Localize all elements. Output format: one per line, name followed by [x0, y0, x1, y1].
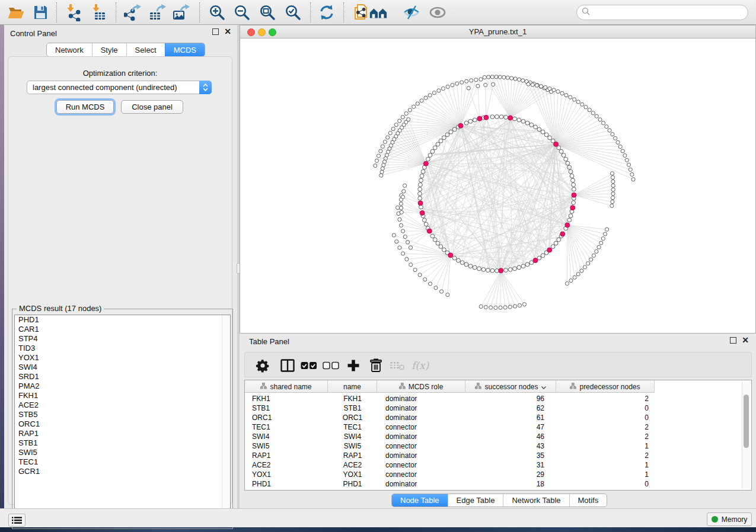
export-table-button[interactable]: [149, 4, 168, 21]
hide-graphics-details-button[interactable]: [402, 4, 421, 21]
table-row[interactable]: PHD1PHD1dominator180: [245, 479, 751, 489]
cell-predecessor-nodes: 0: [556, 403, 655, 413]
cell-shared-name: PHD1: [245, 479, 328, 489]
select-all-checkboxes-button[interactable]: [301, 357, 317, 374]
cell-shared-name: SWI5: [245, 441, 328, 451]
mcds-result-item[interactable]: STP4: [15, 334, 230, 344]
desktop-background-left: [0, 25, 4, 528]
mcds-result-item[interactable]: GCR1: [15, 467, 230, 476]
memory-button[interactable]: Memory: [707, 512, 752, 526]
search-input[interactable]: [591, 8, 748, 18]
zoom-out-button[interactable]: [232, 4, 251, 21]
cell-predecessor-nodes: 2: [556, 422, 655, 432]
column-header-successor-nodes[interactable]: successor nodes: [465, 380, 556, 393]
share-document-button[interactable]: [351, 4, 370, 21]
close-panel-button[interactable]: Close panel: [121, 100, 183, 114]
network-window-titlebar[interactable]: YPA_prune.txt_1: [240, 25, 755, 39]
mcds-result-item[interactable]: ORC1: [15, 419, 230, 429]
network-overview-button[interactable]: [369, 4, 388, 21]
open-session-button[interactable]: [7, 4, 25, 21]
mcds-result-item[interactable]: PHD1: [15, 315, 230, 325]
network-canvas[interactable]: [240, 39, 755, 333]
mcds-result-item[interactable]: RAP1: [15, 429, 230, 438]
table-scrollbar-thumb[interactable]: [744, 395, 749, 448]
add-column-button[interactable]: [347, 357, 360, 374]
import-table-button[interactable]: [89, 4, 108, 21]
control-panel-title: Control Panel: [10, 29, 57, 38]
table-row[interactable]: FKH1FKH1dominator962: [245, 394, 751, 403]
control-panel-tab-bar: NetworkStyleSelectMCDS: [46, 43, 205, 57]
column-header-name[interactable]: name: [328, 380, 377, 393]
mcds-result-item[interactable]: SWI4: [15, 363, 230, 372]
table-row[interactable]: TEC1TEC1connector472: [245, 422, 751, 432]
mcds-result-item[interactable]: SRD1: [15, 372, 230, 382]
show-graphics-details-button[interactable]: [428, 4, 447, 21]
tab-node-table[interactable]: Node Table: [392, 494, 448, 507]
mcds-result-item[interactable]: TEC1: [15, 457, 230, 467]
table-row[interactable]: ORC1ORC1dominator610: [245, 413, 751, 422]
import-network-button[interactable]: [63, 4, 82, 21]
optimization-criterion-label: Optimization criterion:: [8, 69, 232, 78]
table-row[interactable]: YOX1YOX1connector291: [245, 470, 751, 479]
tab-network-table[interactable]: Network Table: [503, 494, 569, 507]
network-graph[interactable]: [240, 39, 755, 333]
mcds-list-scrollbar[interactable]: [222, 315, 230, 526]
mcds-result-item[interactable]: TID3: [15, 344, 230, 353]
tab-edge-table[interactable]: Edge Table: [448, 494, 503, 507]
column-layout-button[interactable]: [280, 357, 295, 374]
deselect-all-checkboxes-button[interactable]: [323, 357, 339, 374]
table-scrollbar[interactable]: [742, 382, 750, 489]
mcds-result-item[interactable]: YOX1: [15, 353, 230, 363]
table-row[interactable]: RAP1RAP1dominator352: [245, 451, 751, 460]
column-header-MCDS-role[interactable]: MCDS role: [377, 380, 465, 393]
float-window-icon[interactable]: [730, 337, 736, 344]
cell-MCDS-role: connector: [377, 470, 465, 479]
network-window-title: YPA_prune.txt_1: [240, 27, 755, 36]
mcds-result-item[interactable]: FKH1: [15, 391, 230, 400]
search-box[interactable]: [576, 5, 748, 20]
table-row[interactable]: STB1STB1dominator620: [245, 403, 751, 413]
tab-motifs[interactable]: Motifs: [569, 494, 607, 507]
float-window-icon[interactable]: [212, 28, 219, 35]
table-panel-title: Table Panel: [249, 337, 289, 346]
tab-select[interactable]: Select: [126, 43, 165, 56]
toolbar-separator: [56, 2, 57, 23]
cell-successor-nodes: 47: [465, 422, 556, 432]
table-row[interactable]: ACE2ACE2connector311: [245, 460, 751, 470]
column-header-shared-name[interactable]: shared name: [245, 380, 328, 393]
table-row[interactable]: SWI4SWI4dominator462: [245, 432, 751, 441]
tab-network[interactable]: Network: [47, 43, 92, 56]
close-panel-icon[interactable]: ✕: [742, 337, 749, 344]
node-table[interactable]: shared namenameMCDS rolesuccessor nodesp…: [244, 380, 752, 491]
refresh-button[interactable]: [317, 4, 336, 21]
mcds-result-item[interactable]: STB5: [15, 410, 230, 419]
tab-mcds[interactable]: MCDS: [165, 43, 205, 56]
table-row[interactable]: SWI5SWI5connector431: [245, 441, 751, 451]
list-icon: [12, 517, 22, 524]
mcds-result-group-title: MCDS result (17 nodes): [17, 304, 104, 313]
mcds-result-item[interactable]: PMA2: [15, 382, 230, 391]
optimization-criterion-select[interactable]: largest connected component (undirected): [27, 81, 212, 94]
zoom-in-button[interactable]: [208, 4, 227, 21]
delete-column-button[interactable]: [369, 357, 382, 374]
cell-name: TEC1: [328, 422, 377, 432]
mcds-result-item[interactable]: ACE2: [15, 400, 230, 410]
tab-style[interactable]: Style: [92, 43, 126, 56]
cell-predecessor-nodes: 2: [556, 451, 655, 460]
cell-MCDS-role: dominator: [377, 394, 465, 403]
column-header-predecessor-nodes[interactable]: predecessor nodes: [556, 380, 655, 393]
export-image-button[interactable]: [173, 4, 192, 21]
settings-gear-button[interactable]: [256, 357, 270, 374]
run-mcds-button[interactable]: Run MCDS: [56, 100, 114, 114]
zoom-selected-button[interactable]: [283, 4, 302, 21]
close-panel-icon[interactable]: ✕: [224, 28, 231, 35]
mcds-result-item[interactable]: CAR1: [15, 325, 230, 334]
panel-list-button[interactable]: [8, 514, 25, 527]
mcds-result-item[interactable]: SWI5: [15, 448, 230, 457]
mcds-result-item[interactable]: STB1: [15, 438, 230, 448]
cell-MCDS-role: dominator: [377, 479, 465, 489]
zoom-fit-button[interactable]: [258, 4, 277, 21]
mcds-result-list[interactable]: PHD1CAR1STP4TID3YOX1SWI4SRD1PMA2FKH1ACE2…: [14, 315, 231, 527]
save-session-button[interactable]: [31, 4, 50, 21]
export-network-button[interactable]: [124, 4, 143, 21]
